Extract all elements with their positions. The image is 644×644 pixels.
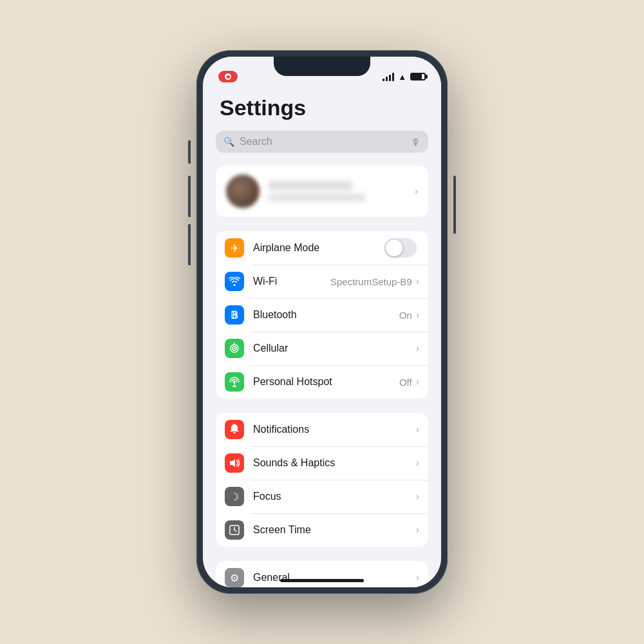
mute-button[interactable]: [188, 140, 191, 164]
battery-fill: [412, 74, 422, 79]
airplane-mode-icon: ✈: [225, 238, 244, 258]
record-dot: [225, 73, 231, 80]
volume-down-button[interactable]: [188, 224, 191, 265]
airplane-mode-label: Airplane Mode: [253, 242, 384, 254]
bluetooth-chevron: ›: [416, 309, 419, 321]
wifi-icon: [225, 272, 244, 291]
hotspot-chevron: ›: [416, 376, 419, 388]
focus-label: Focus: [253, 491, 416, 502]
status-left: [218, 71, 238, 82]
profile-subtitle: [269, 194, 365, 202]
wifi-row[interactable]: Wi-Fi SpectrumSetup-B9 ›: [216, 265, 428, 298]
general-icon: ⚙: [225, 568, 244, 587]
profile-name: [269, 181, 352, 190]
screentime-row[interactable]: Screen Time ›: [216, 513, 428, 547]
svg-point-4: [233, 381, 236, 383]
notifications-group: Notifications › Sounds & Haptics ›: [216, 413, 428, 547]
connectivity-group: ✈ Airplane Mode: [216, 231, 428, 399]
phone-frame: ▲ Settings 🔍 Search 🎙: [196, 50, 448, 594]
general-chevron: ›: [416, 572, 419, 583]
search-input[interactable]: Search: [240, 136, 406, 147]
status-right: ▲: [383, 72, 426, 82]
sounds-icon: [225, 453, 244, 473]
hotspot-icon: [225, 372, 244, 392]
search-icon: 🔍: [223, 137, 234, 147]
sounds-label: Sounds & Haptics: [253, 457, 416, 469]
notifications-icon: [225, 420, 244, 439]
hotspot-row[interactable]: Personal Hotspot Off ›: [216, 365, 428, 399]
notifications-row[interactable]: Notifications ›: [216, 413, 428, 446]
svg-point-7: [234, 424, 236, 426]
signal-bar-3: [389, 75, 391, 81]
bluetooth-label: Bluetooth: [253, 309, 399, 321]
microphone-icon[interactable]: 🎙: [411, 137, 421, 147]
hotspot-value: Off: [399, 377, 412, 388]
sounds-chevron: ›: [416, 457, 419, 469]
screentime-icon: [225, 520, 244, 540]
page-title: Settings: [220, 95, 428, 120]
focus-chevron: ›: [416, 491, 419, 502]
airplane-mode-row[interactable]: ✈ Airplane Mode: [216, 231, 428, 265]
toggle-knob: [386, 240, 402, 256]
focus-row[interactable]: ☽ Focus ›: [216, 480, 428, 513]
profile-chevron: ›: [415, 185, 418, 197]
record-indicator: [218, 71, 238, 82]
wifi-label: Wi-Fi: [253, 276, 330, 287]
screentime-label: Screen Time: [253, 524, 416, 536]
wifi-chevron: ›: [416, 276, 419, 287]
notch: [274, 57, 370, 76]
notifications-label: Notifications: [253, 424, 416, 435]
settings-content: Settings 🔍 Search 🎙 › ✈: [203, 89, 441, 587]
hotspot-label: Personal Hotspot: [253, 376, 399, 388]
signal-bar-1: [383, 79, 384, 81]
bluetooth-icon: 𝔹: [225, 305, 244, 325]
svg-point-2: [234, 348, 235, 349]
phone-screen: ▲ Settings 🔍 Search 🎙: [203, 57, 441, 587]
general-row[interactable]: ⚙ General ›: [216, 561, 428, 587]
cellular-row[interactable]: Cellular ›: [216, 332, 428, 365]
sounds-row[interactable]: Sounds & Haptics ›: [216, 446, 428, 480]
home-indicator[interactable]: [280, 579, 364, 582]
bluetooth-row[interactable]: 𝔹 Bluetooth On ›: [216, 298, 428, 332]
profile-card[interactable]: ›: [216, 166, 428, 217]
svg-line-11: [234, 530, 236, 531]
notifications-chevron: ›: [416, 424, 419, 435]
airplane-mode-toggle[interactable]: [384, 238, 417, 258]
cellular-chevron: ›: [416, 343, 419, 354]
general-group: ⚙ General ›: [216, 561, 428, 587]
search-bar[interactable]: 🔍 Search 🎙: [216, 131, 428, 153]
cellular-icon: [225, 339, 244, 358]
screentime-chevron: ›: [416, 524, 419, 536]
signal-bar-4: [392, 73, 394, 81]
signal-icon: [383, 73, 394, 81]
volume-up-button[interactable]: [188, 176, 191, 217]
bluetooth-value: On: [399, 310, 412, 321]
avatar: [226, 175, 260, 208]
profile-info: [269, 181, 415, 202]
power-button[interactable]: [453, 176, 456, 234]
battery-icon: [410, 73, 426, 80]
signal-bar-2: [386, 77, 388, 81]
wifi-value: SpectrumSetup-B9: [330, 276, 412, 287]
svg-marker-8: [230, 459, 235, 467]
cellular-label: Cellular: [253, 343, 416, 354]
wifi-status-icon: ▲: [398, 72, 406, 82]
focus-icon: ☽: [225, 487, 244, 506]
status-bar: ▲: [203, 57, 441, 89]
